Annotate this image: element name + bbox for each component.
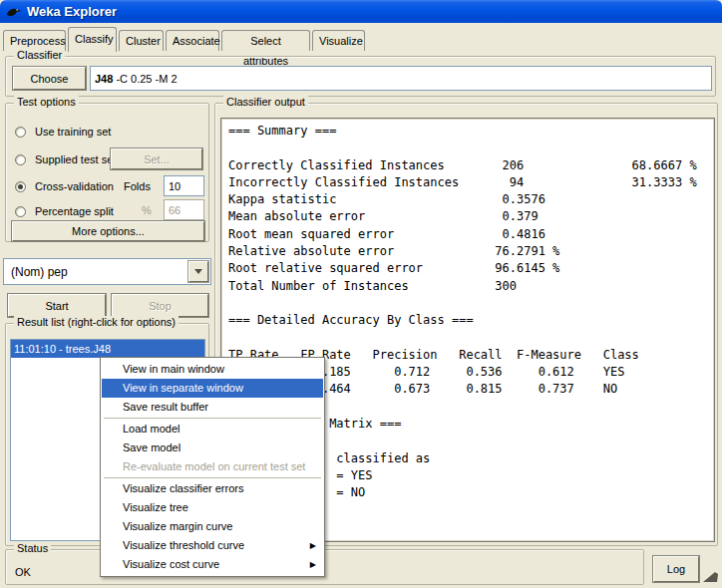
menu-item-label: Visualize classifier errors (123, 482, 243, 494)
tab-label: Classify (75, 33, 114, 45)
radio-selected-icon (15, 181, 26, 192)
radio-percentage-split[interactable]: Percentage split (15, 204, 114, 218)
menu-item-label: Save result buffer (123, 401, 208, 413)
tab-preprocess[interactable]: Preprocess (3, 30, 66, 51)
classifier-group: Classifier Choose J48 -C 0.25 -M 2 (5, 56, 716, 97)
radio-use-training-set[interactable]: Use training set (15, 125, 111, 139)
menu-item-view-in-separate-window[interactable]: View in separate window (102, 379, 323, 398)
menu-separator (104, 418, 321, 419)
tab-cluster[interactable]: Cluster (119, 30, 164, 51)
radio-icon (15, 127, 26, 138)
radio-label: Cross-validation (35, 180, 114, 192)
class-attribute-combo[interactable]: (Nom) pep (3, 258, 211, 285)
percent-label: % (142, 204, 152, 216)
tab-label: Preprocess (10, 35, 66, 47)
more-options-label: More options... (72, 225, 145, 237)
set-button-label: Set... (144, 153, 170, 165)
choose-button-label: Choose (31, 73, 69, 85)
menu-item-visualize-cost-curve[interactable]: Visualize cost curve▶ (102, 555, 323, 574)
weka-status-bird-icon (702, 569, 720, 584)
start-button[interactable]: Start (8, 294, 106, 317)
title-bar: Weka Explorer (0, 0, 722, 23)
output-line: Correctly Classified Instances 206 68.66… (228, 157, 697, 174)
menu-item-label: Re-evaluate model on current test set (123, 460, 305, 472)
tab-visualize[interactable]: Visualize (312, 30, 365, 51)
menu-item-visualize-tree[interactable]: Visualize tree (102, 498, 323, 517)
status-group-label: Status (14, 542, 51, 554)
weka-explorer-window: Weka Explorer Preprocess Classify Cluste… (0, 0, 722, 588)
radio-supplied-test-set[interactable]: Supplied test set (15, 152, 116, 166)
folds-value: 10 (169, 180, 180, 192)
menu-item-load-model[interactable]: Load model (102, 420, 323, 439)
output-line: Kappa statistic 0.3576 (228, 191, 697, 208)
percent-value: 66 (169, 204, 180, 216)
combo-value: (Nom) pep (4, 265, 186, 279)
status-value: OK (15, 566, 31, 578)
menu-separator (104, 477, 321, 478)
output-line (228, 140, 697, 156)
output-line (228, 330, 697, 347)
result-list-item[interactable]: 11:01:10 - trees.J48 (11, 340, 204, 358)
classifier-name: J48 (95, 73, 113, 85)
tab-label: Visualize (319, 35, 363, 47)
stop-button-label: Stop (149, 300, 172, 312)
output-line: Mean absolute error 0.379 (228, 208, 697, 225)
stop-button[interactable]: Stop (112, 294, 208, 317)
tab-select-attributes[interactable]: Select attributes (221, 30, 310, 51)
menu-item-save-result-buffer[interactable]: Save result buffer (102, 398, 323, 417)
test-options-group-label: Test options (14, 96, 79, 108)
output-line: Root mean squared error 0.4816 (228, 226, 697, 243)
classifier-group-label: Classifier (14, 49, 65, 61)
output-line: === Detailed Accuracy By Class === (228, 312, 697, 329)
menu-item-visualize-margin-curve[interactable]: Visualize margin curve (102, 517, 323, 536)
test-options-group: Test options Use training set Supplied t… (5, 103, 209, 242)
folds-label: Folds (124, 180, 151, 192)
radio-label: Supplied test set (35, 153, 116, 165)
radio-icon (15, 154, 26, 165)
menu-item-label: Load model (123, 423, 180, 435)
percent-input[interactable]: 66 (164, 199, 204, 220)
menu-item-label: Visualize cost curve (123, 558, 219, 570)
output-line: Total Number of Instances 300 (228, 278, 697, 295)
classifier-name-field[interactable]: J48 -C 0.25 -M 2 (90, 66, 712, 91)
menu-item-label: View in separate window (123, 382, 243, 394)
choose-classifier-button[interactable]: Choose (13, 67, 86, 90)
radio-icon (15, 206, 26, 217)
radio-cross-validation[interactable]: Cross-validation (15, 179, 114, 193)
output-line: Incorrectly Classified Instances 94 31.3… (228, 174, 697, 191)
folds-input[interactable]: 10 (164, 175, 204, 196)
radio-label: Use training set (35, 126, 111, 138)
output-line (228, 295, 697, 312)
tab-label: Associate (173, 35, 220, 47)
menu-item-visualize-threshold-curve[interactable]: Visualize threshold curve▶ (102, 536, 323, 555)
menu-item-visualize-classifier-errors[interactable]: Visualize classifier errors (102, 479, 323, 498)
log-button-label: Log (667, 563, 685, 575)
submenu-arrow-icon: ▶ (310, 536, 316, 555)
chevron-down-icon (194, 269, 202, 274)
menu-item-save-model[interactable]: Save model (102, 439, 323, 457)
menu-item-label: Visualize margin curve (123, 520, 232, 532)
combo-dropdown-button[interactable] (188, 261, 208, 282)
set-test-set-button[interactable]: Set... (111, 148, 202, 169)
classifier-output-group-label: Classifier output (223, 96, 308, 108)
menu-item-label: View in main window (123, 363, 224, 375)
result-list-group-label: Result list (right-click for options) (14, 316, 179, 328)
start-button-label: Start (45, 300, 68, 312)
menu-item-label: Save model (123, 441, 180, 453)
submenu-arrow-icon: ▶ (310, 555, 316, 574)
output-line: Root relative squared error 96.6145 % (228, 260, 697, 277)
menu-item-re-evaluate-model: Re-evaluate model on current test set (102, 457, 323, 476)
output-line: Relative absolute error 76.2791 % (228, 243, 697, 260)
tab-classify[interactable]: Classify (68, 27, 117, 52)
result-context-menu: View in main window View in separate win… (100, 357, 325, 577)
log-button[interactable]: Log (653, 556, 699, 582)
result-item-label: 11:01:10 - trees.J48 (14, 343, 111, 355)
more-options-button[interactable]: More options... (12, 221, 204, 241)
menu-item-label: Visualize tree (123, 501, 188, 513)
classifier-options: -C 0.25 -M 2 (113, 73, 177, 85)
tab-associate[interactable]: Associate (166, 30, 219, 51)
weka-bird-icon (6, 5, 22, 19)
menu-item-view-in-main-window[interactable]: View in main window (102, 360, 323, 379)
tab-label: Cluster (126, 35, 161, 47)
window-title: Weka Explorer (27, 4, 117, 19)
